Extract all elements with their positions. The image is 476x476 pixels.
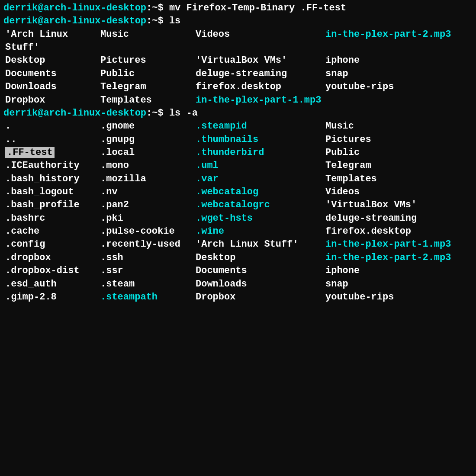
lsa-r10c2: .recently-used	[100, 238, 195, 251]
lsa-r3c3: .thunderbird	[195, 146, 325, 159]
lsa-r2c2: .gnupg	[100, 133, 195, 146]
lsa-r5c4: Templates	[325, 173, 473, 186]
lsa-r14c4: youtube-rips	[325, 291, 473, 304]
lsa-r7c1: .bash_profile	[4, 199, 100, 212]
ls-col3-row3: deluge-streaming	[195, 68, 325, 80]
lsa-r1c3: .steampid	[195, 120, 325, 133]
ff-test-highlight: .FF-test	[5, 147, 55, 158]
cmd-lsa-line: derrik@arch-linux-desktop:~$ ls -a	[3, 107, 473, 120]
ls-col2-row3: Public	[100, 68, 195, 80]
lsa-r11c3: Desktop	[195, 251, 325, 264]
lsa-r3c1: .FF-test	[4, 146, 100, 159]
lsa-r14c1: .gimp-2.8	[4, 291, 100, 304]
lsa-r13c2: .steam	[100, 278, 195, 291]
cmd-mv-line: derrik@arch-linux-desktop:~$ mv Firefox-…	[3, 2, 473, 15]
lsa-r1c1: .	[4, 120, 100, 133]
ls-output: 'Arch Linux Stuff' Music Videos in-the-p…	[3, 28, 473, 107]
ls-col1-row4: Downloads	[4, 80, 100, 93]
lsa-r8c3: .wget-hsts	[195, 212, 325, 225]
lsa-r7c2: .pan2	[100, 199, 195, 212]
lsa-r5c1: .bash_history	[4, 173, 100, 186]
ls-col4-row1: in-the-plex-part-2.mp3	[325, 28, 473, 55]
lsa-r6c3: .webcatalog	[195, 186, 325, 199]
lsa-r6c2: .nv	[100, 186, 195, 199]
lsa-r5c3: .var	[195, 173, 325, 186]
ls-col2-row1: Music	[100, 28, 195, 55]
lsa-r6c4: Videos	[325, 186, 473, 199]
lsa-r4c3: .uml	[195, 159, 325, 172]
lsa-r8c2: .pki	[100, 212, 195, 225]
lsa-r12c4: iphone	[325, 264, 473, 277]
lsa-r14c2: .steampath	[100, 291, 195, 304]
prompt-symbol-3: :~$	[146, 107, 169, 120]
lsa-r12c3: Documents	[195, 264, 325, 277]
lsa-r13c4: snap	[325, 278, 473, 291]
lsa-r3c2: .local	[100, 146, 195, 159]
ls-col2-row5: Templates	[100, 94, 195, 107]
prompt-symbol-1: :~$	[146, 2, 169, 15]
cmd-ls-line: derrik@arch-linux-desktop:~$ ls	[3, 15, 473, 28]
cmd-mv: mv Firefox-Temp-Binary .FF-test	[169, 2, 346, 15]
lsa-r9c2: .pulse-cookie	[100, 225, 195, 238]
ls-col1-row3: Documents	[4, 68, 100, 80]
lsa-r11c2: .ssh	[100, 251, 195, 264]
lsa-r2c3: .thumbnails	[195, 133, 325, 146]
lsa-r9c1: .cache	[4, 225, 100, 238]
lsa-r14c3: Dropbox	[195, 291, 325, 304]
lsa-r10c1: .config	[4, 238, 100, 251]
terminal-output: derrik@arch-linux-desktop:~$ mv Firefox-…	[3, 2, 473, 304]
ls-col2-row4: Telegram	[100, 80, 195, 93]
ls-col3-row5: in-the-plex-part-1.mp3	[195, 94, 325, 107]
ls-col1-row5: Dropbox	[4, 94, 100, 107]
ls-col4-row5	[325, 94, 473, 107]
ls-col3-row4: firefox.desktop	[195, 80, 325, 93]
lsa-r11c1: .dropbox	[4, 251, 100, 264]
lsa-r3c4: Public	[325, 146, 473, 159]
prompt-user-3: derrik@arch-linux-desktop	[3, 107, 146, 120]
prompt-symbol-2: :~$	[146, 15, 169, 28]
prompt-user-1: derrik@arch-linux-desktop	[3, 2, 146, 15]
lsa-r12c1: .dropbox-dist	[4, 264, 100, 277]
lsa-r6c1: .bash_logout	[4, 186, 100, 199]
lsa-r4c4: Telegram	[325, 159, 473, 172]
cmd-lsa: ls -a	[169, 107, 198, 120]
ls-col1-row1: 'Arch Linux Stuff'	[4, 28, 100, 55]
lsa-r2c1: ..	[4, 133, 100, 146]
lsa-r1c4: Music	[325, 120, 473, 133]
lsa-output: . .gnome .steampid Music .. .gnupg .thum…	[3, 120, 473, 304]
lsa-r9c4: firefox.desktop	[325, 225, 473, 238]
lsa-r13c1: .esd_auth	[4, 278, 100, 291]
lsa-r10c3: 'Arch Linux Stuff'	[195, 238, 325, 251]
ls-col4-row3: snap	[325, 68, 473, 80]
lsa-r9c3: .wine	[195, 225, 325, 238]
ls-col3-row2: 'VirtualBox VMs'	[195, 54, 325, 67]
prompt-user-2: derrik@arch-linux-desktop	[3, 15, 146, 28]
lsa-r7c4: 'VirtualBox VMs'	[325, 199, 473, 212]
ls-col2-row2: Pictures	[100, 54, 195, 67]
lsa-r7c3: .webcatalogrc	[195, 199, 325, 212]
ls-col3-row1: Videos	[195, 28, 325, 55]
lsa-r10c4: in-the-plex-part-1.mp3	[325, 238, 473, 251]
ls-col4-row4: youtube-rips	[325, 80, 473, 93]
cmd-ls: ls	[169, 15, 180, 28]
ls-col4-row2: iphone	[325, 54, 473, 67]
lsa-r8c1: .bashrc	[4, 212, 100, 225]
lsa-r11c4: in-the-plex-part-2.mp3	[325, 251, 473, 264]
lsa-r5c2: .mozilla	[100, 173, 195, 186]
lsa-r12c2: .ssr	[100, 264, 195, 277]
lsa-r4c1: .ICEauthority	[4, 159, 100, 172]
lsa-r13c3: Downloads	[195, 278, 325, 291]
lsa-r8c4: deluge-streaming	[325, 212, 473, 225]
ls-col1-row2: Desktop	[4, 54, 100, 67]
lsa-r2c4: Pictures	[325, 133, 473, 146]
lsa-r4c2: .mono	[100, 159, 195, 172]
lsa-r1c2: .gnome	[100, 120, 195, 133]
